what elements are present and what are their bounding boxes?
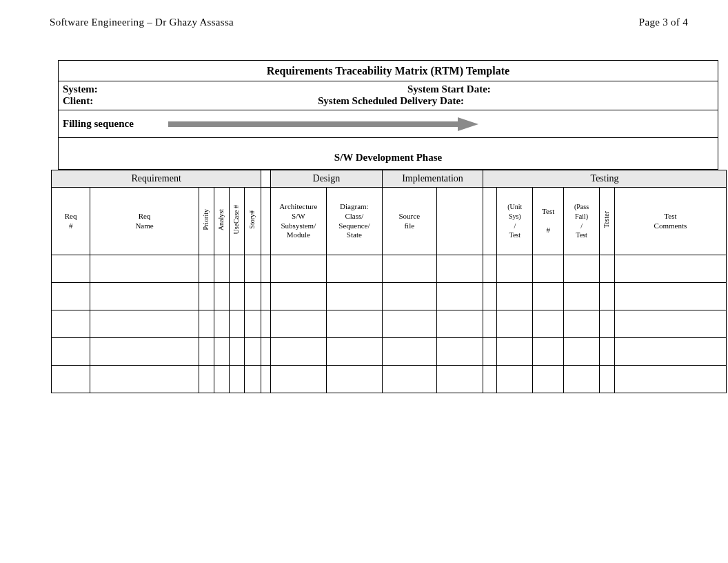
group-implementation: Implementation — [382, 170, 483, 188]
filling-label: Filling sequence — [63, 118, 134, 130]
group-design: Design — [270, 170, 382, 188]
header-left: Software Engineering – Dr Ghazy Assassa — [50, 17, 234, 28]
col-priority: Priority — [199, 188, 214, 255]
col-req-no: Req # — [52, 188, 90, 255]
col-analyst: Analyst — [214, 188, 229, 255]
col-tester: Tester — [599, 188, 614, 255]
page-header: Software Engineering – Dr Ghazy Assassa … — [0, 17, 728, 28]
table-row — [52, 310, 727, 338]
phase-label: S/W Development Phase — [59, 138, 718, 169]
arrow-right-icon — [168, 117, 478, 131]
filling-sequence-row: Filling sequence — [59, 110, 718, 138]
col-architecture: Architecture S/W Subsystem/ Module — [270, 188, 326, 255]
col-test-type: (Unit Sys) / Test — [497, 188, 533, 255]
column-header-row: Req # Req Name Priority Analyst UseCase … — [52, 188, 727, 255]
system-label: System: — [63, 83, 270, 95]
col-story: Story# — [244, 188, 261, 255]
col-diagram: Diagram: Class/ Sequence/ State — [326, 188, 382, 255]
document-title: Requirements Traceability Matrix (RTM) T… — [59, 61, 718, 81]
col-test-result: (Pass Fail) / Test — [564, 188, 600, 255]
table-body — [52, 255, 727, 393]
client-label: Client: — [63, 95, 270, 107]
header-right: Page 3 of 4 — [639, 17, 688, 28]
svg-marker-1 — [458, 117, 478, 131]
rtm-table: Requirement Design Implementation Testin… — [51, 170, 727, 393]
svg-rect-0 — [168, 121, 458, 127]
start-date-label: System Start Date: — [270, 83, 714, 95]
col-source: Source file — [382, 188, 436, 255]
col-test-no: Test # — [533, 188, 564, 255]
table-row — [52, 366, 727, 393]
meta-row: System: Client: System Start Date: Syste… — [59, 81, 718, 110]
group-testing: Testing — [483, 170, 727, 188]
table-row — [52, 283, 727, 310]
delivery-date-label: System Scheduled Delivery Date: — [270, 95, 714, 107]
col-test-comments: Test Comments — [614, 188, 726, 255]
table-row — [52, 338, 727, 366]
col-req-name: Req Name — [90, 188, 199, 255]
group-header-row: Requirement Design Implementation Testin… — [52, 170, 727, 188]
group-requirement: Requirement — [52, 170, 261, 188]
rtm-table-wrap: Requirement Design Implementation Testin… — [51, 170, 727, 393]
table-row — [52, 255, 727, 283]
rtm-frame: Requirements Traceability Matrix (RTM) T… — [58, 60, 718, 170]
col-usecase: UseCase # — [229, 188, 244, 255]
